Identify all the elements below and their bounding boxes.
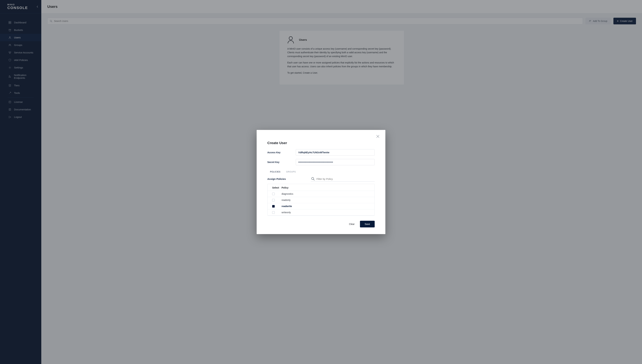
col-header-policy: Policy: [282, 186, 288, 189]
search-icon: [311, 177, 315, 181]
tab-groups[interactable]: GROUPS: [286, 171, 296, 173]
policy-row-readwrite[interactable]: readwrite: [268, 203, 374, 210]
save-button[interactable]: Save: [360, 221, 375, 228]
dialog-actions: Clear Save: [267, 221, 375, 228]
access-key-row: Access Key: [267, 149, 375, 156]
policy-table-header: Select Policy: [268, 184, 374, 191]
close-icon: [376, 134, 380, 138]
policy-name: readonly: [282, 199, 291, 201]
dialog-title: Create User: [267, 141, 375, 145]
modal-scrim[interactable]: Create User Access Key Secret Key POLICI…: [0, 0, 642, 364]
svg-point-17: [312, 178, 314, 180]
access-key-input[interactable]: [296, 149, 375, 156]
policy-filter-input[interactable]: [316, 178, 374, 180]
clear-button[interactable]: Clear: [347, 221, 357, 227]
dialog-close-button[interactable]: [375, 134, 380, 139]
policy-table: Select Policy diagnostics readonly readw…: [267, 184, 375, 216]
assign-policies-label: Assign Policies: [267, 178, 311, 180]
policy-row-diagnostics[interactable]: diagnostics: [268, 191, 374, 197]
policy-name: readwrite: [282, 205, 292, 208]
secret-key-row: Secret Key: [267, 159, 375, 165]
dialog-tabs: POLICIES GROUPS: [267, 169, 375, 175]
secret-key-label: Secret Key: [267, 161, 296, 164]
col-header-select: Select: [272, 186, 282, 189]
tab-policies[interactable]: POLICIES: [270, 171, 280, 173]
checkbox[interactable]: [272, 199, 275, 201]
policy-filter[interactable]: [311, 176, 375, 182]
checkbox[interactable]: [272, 205, 275, 208]
access-key-label: Access Key: [267, 151, 296, 154]
assign-policies-row: Assign Policies: [267, 176, 375, 182]
checkbox[interactable]: [272, 193, 275, 195]
policy-row-readonly[interactable]: readonly: [268, 197, 374, 203]
checkbox[interactable]: [272, 211, 275, 214]
secret-key-input[interactable]: [296, 159, 375, 165]
policy-name: writeonly: [282, 211, 291, 214]
policy-name: diagnostics: [282, 192, 293, 195]
create-user-dialog: Create User Access Key Secret Key POLICI…: [257, 130, 385, 234]
policy-row-writeonly[interactable]: writeonly: [268, 210, 374, 216]
